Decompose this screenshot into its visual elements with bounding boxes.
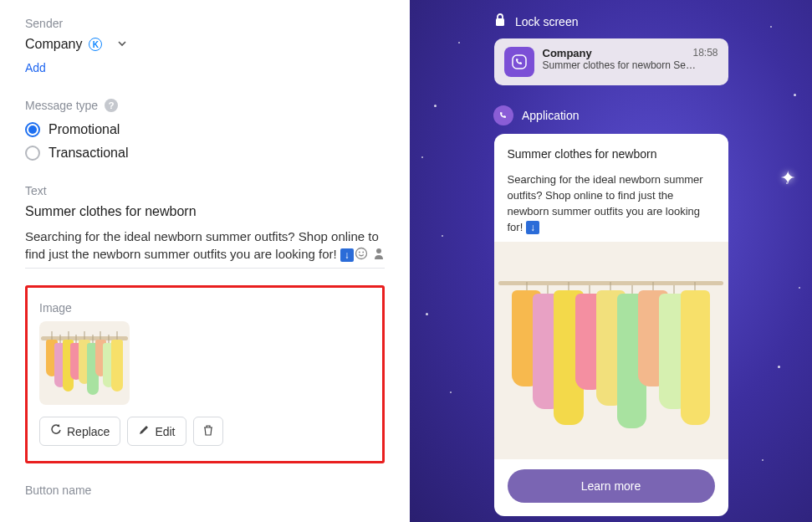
- text-body-field[interactable]: Searching for the ideal newborn summer o…: [25, 228, 385, 269]
- viber-round-icon: [493, 105, 513, 125]
- sender-dropdown[interactable]: Company K: [25, 37, 385, 52]
- text-title-value[interactable]: Summer clothes for newborn: [25, 204, 385, 219]
- personalize-icon[interactable]: [373, 247, 385, 264]
- replace-label: Replace: [67, 425, 110, 438]
- text-label: Text: [25, 184, 385, 197]
- preview-title: Summer clothes for newborn: [508, 147, 715, 161]
- k-badge-icon: K: [89, 38, 102, 51]
- svg-point-1: [359, 252, 360, 253]
- viber-app-icon: [504, 47, 534, 77]
- radio-transactional[interactable]: Transactional: [25, 146, 385, 161]
- edit-button[interactable]: Edit: [127, 417, 186, 446]
- svg-point-2: [362, 252, 364, 253]
- sparkle-icon: ✦: [780, 167, 795, 189]
- message-type-label: Message type: [25, 99, 98, 112]
- delete-button[interactable]: [193, 417, 223, 446]
- radio-label: Transactional: [49, 146, 128, 161]
- lockscreen-header: Lock screen: [435, 13, 787, 30]
- notif-app-name: Company: [543, 47, 592, 59]
- image-thumbnail[interactable]: [39, 321, 130, 405]
- edit-label: Edit: [155, 425, 175, 438]
- editor-panel: Sender Company K Add Message type ? Prom…: [0, 0, 410, 522]
- chevron-down-icon: [117, 37, 127, 52]
- radio-label: Promotional: [49, 122, 120, 137]
- down-arrow-emoji: ↓: [526, 221, 539, 234]
- sender-value: Company: [25, 37, 82, 52]
- button-name-section: Button name: [25, 484, 385, 497]
- notif-preview-text: Summer clothes for newborn Se…: [543, 59, 718, 71]
- application-label: Application: [522, 109, 580, 122]
- text-body-value: Searching for the ideal newborn summer o…: [25, 229, 379, 261]
- help-icon[interactable]: ?: [105, 99, 118, 112]
- message-type-group: Message type ? Promotional Transactional: [25, 99, 385, 161]
- learn-more-button[interactable]: Learn more: [508, 469, 715, 503]
- pencil-icon: [138, 424, 150, 438]
- trash-icon: [202, 424, 214, 438]
- refresh-icon: [50, 424, 62, 438]
- application-header: Application: [435, 105, 787, 125]
- emoji-picker-icon[interactable]: [355, 247, 368, 264]
- notif-time: 18:58: [692, 47, 718, 59]
- lockscreen-label: Lock screen: [515, 15, 578, 28]
- radio-icon: [25, 146, 40, 161]
- radio-promotional[interactable]: Promotional: [25, 122, 385, 137]
- image-label: Image: [39, 301, 370, 315]
- text-toolbar: [355, 247, 385, 264]
- down-arrow-emoji: ↓: [340, 248, 354, 262]
- sender-label: Sender: [25, 17, 385, 30]
- svg-point-3: [376, 248, 381, 253]
- text-section: Text Summer clothes for newborn Searchin…: [25, 184, 385, 269]
- lock-icon: [493, 13, 507, 30]
- replace-button[interactable]: Replace: [39, 417, 120, 446]
- svg-rect-5: [513, 55, 526, 69]
- lockscreen-notification[interactable]: Company 18:58 Summer clothes for newborn…: [494, 38, 728, 85]
- preview-panel: ✦ Lock screen Company 18:58 Summer cloth…: [410, 0, 812, 522]
- add-sender-link[interactable]: Add: [25, 61, 46, 74]
- preview-image: [494, 242, 728, 459]
- image-section-highlighted: Image Replace Edit: [25, 285, 385, 463]
- svg-rect-4: [496, 18, 504, 26]
- radio-icon: [25, 122, 40, 137]
- svg-point-0: [356, 248, 367, 259]
- preview-body: Searching for the ideal newborn summer o…: [508, 172, 715, 235]
- button-name-label: Button name: [25, 484, 385, 497]
- message-preview-card: Summer clothes for newborn Searching for…: [494, 134, 728, 516]
